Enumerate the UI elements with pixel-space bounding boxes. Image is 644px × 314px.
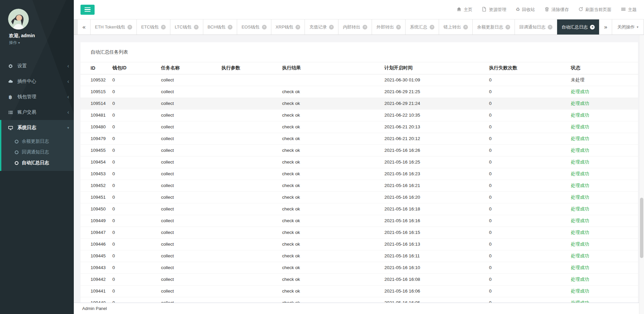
table-cell: 0 [110,168,158,180]
tab-链上转出[interactable]: 链上转出× [439,19,473,35]
tab-label: ETH Token钱包 [95,24,125,30]
close-icon[interactable]: × [430,25,434,29]
tab-系统汇总[interactable]: 系统汇总× [406,19,439,35]
close-icon[interactable]: × [396,25,401,29]
table-cell: 0 [110,215,158,227]
close-icon[interactable]: × [194,25,199,29]
close-icon[interactable]: × [228,25,232,29]
table-cell: 0 [110,262,158,273]
prev-tabs-button[interactable]: « [78,19,91,35]
close-icon[interactable]: × [329,25,334,29]
user-action-dropdown[interactable]: 操作 ▾ [9,40,74,46]
tab-自动汇总日志[interactable]: 自动汇总日志× [557,19,599,35]
table-cell: 0 [486,215,568,227]
refresh-icon [578,7,583,13]
status-cell: 处理成功 [568,86,638,98]
tab-ETH Token钱包[interactable]: ETH Token钱包× [91,19,137,35]
top-link-label: 主页 [464,7,472,13]
table-cell: 0 [486,285,568,297]
footer-text: Admin Panel [82,306,107,311]
status-cell: 处理成功 [568,156,638,168]
table-cell: 109446 [80,238,110,250]
sidebar-subitem-余额更新日志[interactable]: 余额更新日志 [1,136,74,147]
top-link-回收站[interactable]: ♻回收站 [516,7,535,13]
tab-外部转出[interactable]: 外部转出× [372,19,406,35]
tab-ETC钱包[interactable]: ETC钱包× [137,19,170,35]
sidebar-menu: 设置‹插件中心‹฿钱包管理‹账户交易‹系统日志▾余额更新日志回调通知日志自动汇总… [0,58,74,171]
tab-label: 充值记录 [309,24,327,30]
table-cell: 2021-05-16 16:08 [382,273,486,285]
top-link-主题[interactable]: 主题 [621,7,637,13]
close-icon[interactable]: × [590,25,595,29]
status-cell: 处理成功 [568,180,638,191]
table-cell: 109453 [80,168,110,180]
table-cell: 2021-05-16 16:20 [382,191,486,203]
sidebar-subitem-label: 余额更新日志 [22,138,49,144]
close-icon[interactable]: × [127,25,132,29]
table-cell: 0 [486,297,568,303]
top-link-资源管理[interactable]: 资源管理 [482,7,506,13]
table-cell: 0 [486,262,568,273]
table-cell: 0 [110,250,158,262]
close-actions-dropdown[interactable]: 关闭操作▾ [612,19,644,35]
close-icon[interactable]: × [463,25,468,29]
tab-XRP钱包[interactable]: XRP钱包× [271,19,305,35]
table-row: 1095150collectcheck ok2021-06-29 21:250处… [80,86,638,98]
close-icon[interactable]: × [363,25,367,29]
tab-label: 回调通知日志 [519,24,545,30]
tab-回调通知日志[interactable]: 回调通知日志× [515,19,557,35]
top-link-清除缓存[interactable]: 清除缓存 [544,7,569,13]
table-cell: check ok [279,180,382,191]
table-cell [219,238,279,250]
sidebar-item-设置[interactable]: 设置‹ [0,58,74,74]
table-cell: check ok [279,250,382,262]
tab-内部转出[interactable]: 内部转出× [338,19,372,35]
table-cell: collect [158,168,219,180]
table-cell: collect [158,273,219,285]
table-cell: 0 [486,168,568,180]
sidebar: 欢迎, admin 操作 ▾ 设置‹插件中心‹฿钱包管理‹账户交易‹系统日志▾余… [0,0,74,314]
tab-LTC钱包[interactable]: LTC钱包× [170,19,203,35]
user-action-label: 操作 [9,40,17,45]
log-table: ID钱包ID任务名称执行参数执行结果计划开启时间执行失败次数状态 1095320… [80,62,638,303]
tab-余额更新日志[interactable]: 余额更新日志× [473,19,515,35]
close-icon[interactable]: × [296,25,300,29]
tab-BCH钱包[interactable]: BCH钱包× [203,19,237,35]
table-cell: 0 [110,133,158,144]
top-link-主页[interactable]: 主页 [457,7,472,13]
table-row: 1094550collectcheck ok2021-05-16 16:260处… [80,144,638,156]
sidebar-item-钱包管理[interactable]: ฿钱包管理‹ [0,89,74,105]
sidebar-subitem-回调通知日志[interactable]: 回调通知日志 [1,147,74,158]
tab-EOS钱包[interactable]: EOS钱包× [237,19,271,35]
trash-icon [544,7,549,13]
table-cell: check ok [279,168,382,180]
table-row: 1094530collectcheck ok2021-05-16 16:230处… [80,168,638,180]
status-cell: 处理成功 [568,168,638,180]
close-icon[interactable]: × [505,25,510,29]
table-cell: check ok [279,191,382,203]
scrollbar-thumb[interactable] [640,198,643,258]
sidebar-item-账户交易[interactable]: 账户交易‹ [0,105,74,120]
table-cell: 109452 [80,180,110,191]
close-icon[interactable]: × [161,25,166,29]
sidebar-subitem-自动汇总日志[interactable]: 自动汇总日志 [1,158,74,168]
sidebar-toggle-button[interactable] [80,5,95,15]
close-icon[interactable]: × [262,25,267,29]
close-icon[interactable]: × [548,25,552,29]
table-cell: 0 [486,238,568,250]
table-cell: collect [158,133,219,144]
table-cell: 0 [110,191,158,203]
status-cell: 处理成功 [568,191,638,203]
next-tabs-button[interactable]: » [599,19,612,35]
sidebar-item-系统日志[interactable]: 系统日志▾ [1,120,74,135]
table-cell: collect [158,109,219,121]
panel-header: 自动汇总任务列表 [80,42,638,62]
table-row: 1094460collectcheck ok2021-05-16 16:130处… [80,238,638,250]
table-cell: 2021-06-21 20:13 [382,121,486,133]
tab-充值记录[interactable]: 充值记录× [305,19,338,35]
table-cell: 109442 [80,273,110,285]
top-link-刷新当前页面[interactable]: 刷新当前页面 [578,7,611,13]
table-row: 1094790collectcheck ok2021-06-21 20:120处… [80,133,638,144]
chevron-left-icon: ‹ [67,79,69,84]
sidebar-item-插件中心[interactable]: 插件中心‹ [0,74,74,89]
